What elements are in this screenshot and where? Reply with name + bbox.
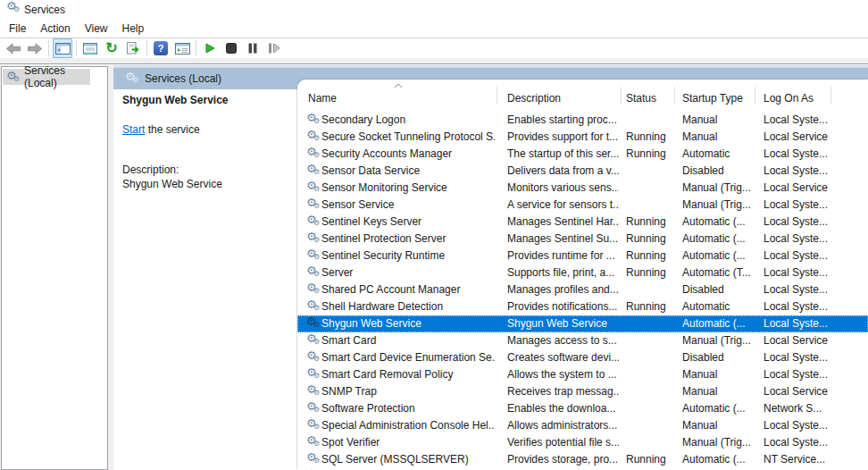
table-row[interactable]: ⚙⚙Software ProtectionEnables the downloa…	[297, 400, 868, 417]
table-row[interactable]: ⚙⚙Sensor Data ServiceDelivers data from …	[297, 163, 868, 180]
help-icon[interactable]: ?	[151, 38, 171, 58]
cell-startup-type: Automatic (...	[682, 317, 753, 330]
table-row[interactable]: ⚙⚙Spot VerifierVerifies potential file s…	[297, 434, 868, 451]
cell-description: Enables starting proc...	[507, 113, 619, 126]
menu-help[interactable]: Help	[115, 20, 152, 38]
cell-log-on-as: Local Syste...	[764, 266, 829, 279]
service-gear-icon: ⚙⚙	[306, 265, 319, 278]
cell-description: Manages access to s...	[507, 334, 619, 347]
cell-startup-type: Automatic (...	[682, 453, 753, 466]
column-header-description[interactable]: Description	[507, 92, 561, 105]
table-row[interactable]: ⚙⚙Smart Card Device Enumeration Se...Cre…	[297, 349, 868, 366]
export-list-icon[interactable]	[123, 38, 143, 58]
cell-log-on-as: Local Service	[764, 385, 829, 398]
column-resize-handle[interactable]	[621, 87, 622, 105]
properties-icon[interactable]	[80, 38, 100, 58]
window-title: Services	[24, 4, 65, 16]
menu-file[interactable]: File	[2, 20, 33, 38]
services-window: ⚙⚙ Services FileActionViewHelp ↻ ?	[0, 0, 868, 470]
cell-startup-type: Automatic	[682, 300, 753, 313]
table-row[interactable]: ⚙⚙Security Accounts ManagerThe startup o…	[297, 146, 868, 163]
service-gear-icon: ⚙⚙	[306, 435, 319, 448]
table-row[interactable]: ⚙⚙Secure Socket Tunneling Protocol S...P…	[297, 129, 868, 146]
cell-startup-type: Automatic (T...	[682, 266, 753, 279]
table-row[interactable]: ⚙⚙ServerSupports file, print, a...Runnin…	[297, 264, 868, 281]
start-service-link[interactable]: Start	[122, 123, 145, 136]
service-gear-icon: ⚙⚙	[306, 248, 319, 261]
cell-name: Smart Card	[321, 334, 495, 347]
service-gear-icon: ⚙⚙	[306, 316, 319, 329]
content-area: ⚙⚙ Services (Local) ⚙⚙ Services (Local) …	[0, 65, 868, 470]
column-header-status[interactable]: Status	[626, 92, 656, 105]
menu-view[interactable]: View	[78, 20, 115, 38]
services-node-icon: ⚙⚙	[6, 71, 19, 83]
cell-startup-type: Manual	[682, 368, 753, 381]
cell-log-on-as: Local Syste...	[764, 436, 829, 449]
refresh-icon[interactable]: ↻	[102, 38, 121, 58]
description-label: Description:	[122, 164, 179, 176]
column-resize-handle[interactable]	[755, 87, 755, 105]
show-hide-action-pane-icon[interactable]	[172, 38, 192, 58]
show-hide-console-tree-icon[interactable]	[53, 38, 72, 58]
service-gear-icon: ⚙⚙	[306, 333, 319, 346]
table-row[interactable]: ⚙⚙Shell Hardware DetectionProvides notif…	[297, 298, 868, 315]
services-app-icon: ⚙⚙	[6, 1, 19, 13]
table-row[interactable]: ⚙⚙SNMP TrapReceives trap messag...Manual…	[297, 383, 868, 400]
cell-description: Provides storage, pro...	[507, 453, 619, 466]
column-resize-handle[interactable]	[830, 87, 831, 105]
toolbar-separator	[146, 40, 147, 56]
cell-description: Shygun Web Service	[507, 317, 619, 330]
column-resize-handle[interactable]	[674, 87, 675, 105]
cell-status: Running	[626, 300, 672, 313]
cell-name: Sensor Monitoring Service	[321, 181, 495, 194]
table-row[interactable]: ⚙⚙Smart Card Removal PolicyAllows the sy…	[297, 366, 868, 383]
service-gear-icon: ⚙⚙	[306, 180, 319, 193]
cell-name: SNMP Trap	[321, 385, 495, 398]
tree-item-services-local[interactable]: ⚙⚙ Services (Local)	[3, 69, 90, 85]
column-header-log-on-as[interactable]: Log On As	[764, 92, 814, 105]
cell-description: Receives trap messag...	[507, 385, 619, 398]
back-icon[interactable]	[4, 38, 23, 58]
table-row[interactable]: ⚙⚙Sentinel Security RuntimeProvides runt…	[297, 248, 868, 264]
cell-description: Allows administrators...	[507, 419, 619, 432]
cell-name: Spot Verifier	[321, 436, 495, 449]
column-header-startup-type[interactable]: Startup Type	[682, 92, 743, 105]
cell-log-on-as: Local Service	[764, 334, 829, 347]
table-row[interactable]: ⚙⚙Smart CardManages access to s...Manual…	[297, 332, 868, 349]
start-service-icon[interactable]	[200, 38, 220, 58]
table-row[interactable]: ⚙⚙Sentinel Protection ServerManages Sent…	[297, 231, 868, 248]
service-gear-icon: ⚙⚙	[306, 299, 319, 312]
menu-action[interactable]: Action	[33, 20, 77, 38]
cell-log-on-as: Local Service	[764, 181, 829, 194]
forward-icon[interactable]	[25, 38, 45, 58]
cell-name: Security Accounts Manager	[321, 147, 495, 160]
service-gear-icon: ⚙⚙	[306, 350, 319, 363]
table-row[interactable]: ⚙⚙Shared PC Account ManagerManages profi…	[297, 281, 868, 298]
table-row[interactable]: ⚙⚙Special Administration Console Hel...A…	[297, 417, 868, 434]
service-list-panel: Name Description Status Startup Type Log…	[297, 80, 868, 470]
cell-description: Manages Sentinel Har...	[507, 215, 619, 228]
cell-name: Sentinel Protection Server	[321, 232, 495, 245]
column-header-name[interactable]: Name	[308, 92, 337, 105]
column-resize-handle[interactable]	[497, 87, 497, 105]
table-row[interactable]: ⚙⚙Sensor ServiceA service for sensors t.…	[297, 197, 868, 214]
table-row[interactable]: ⚙⚙Sensor Monitoring ServiceMonitors vari…	[297, 180, 868, 197]
cell-startup-type: Manual	[682, 419, 753, 432]
cell-description: Provides runtime for ...	[507, 249, 619, 262]
cell-log-on-as: Local Service	[764, 130, 829, 143]
restart-service-icon[interactable]	[264, 38, 284, 58]
cell-startup-type: Disabled	[682, 283, 753, 296]
cell-log-on-as: Local Syste...	[764, 419, 829, 432]
cell-description: Manages profiles and...	[507, 283, 619, 296]
table-row[interactable]: ⚙⚙Sentinel Keys ServerManages Sentinel H…	[297, 214, 868, 231]
table-row[interactable]: ⚙⚙SQL Server (MSSQLSERVER)Provides stora…	[297, 451, 868, 468]
cell-startup-type: Automatic (...	[682, 232, 753, 245]
table-row[interactable]: ⚙⚙Secondary LogonEnables starting proc..…	[297, 112, 868, 129]
pause-service-icon[interactable]	[243, 38, 263, 58]
table-row[interactable]: ⚙⚙Shygun Web ServiceShygun Web ServiceAu…	[297, 315, 868, 332]
stop-service-icon[interactable]	[221, 38, 241, 58]
cell-name: Sensor Service	[321, 198, 495, 211]
pane-header-gear-icon: ⚙⚙	[125, 71, 138, 84]
pane-header-title: Services (Local)	[145, 72, 221, 85]
console-tree-panel: ⚙⚙ Services (Local)	[1, 66, 108, 470]
